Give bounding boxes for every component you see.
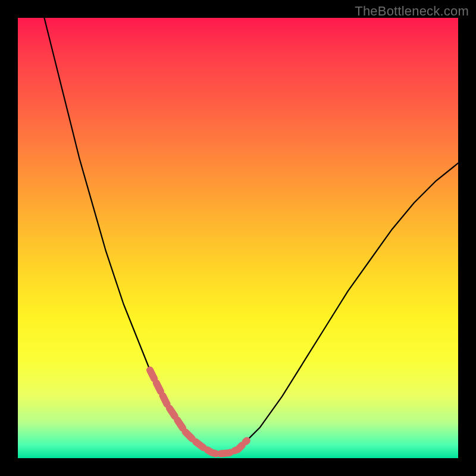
chart-stage: TheBottleneck.com: [0, 0, 476, 476]
bottleneck-curve-highlight: [150, 370, 247, 454]
curve-layer: [18, 18, 458, 458]
bottleneck-curve: [44, 18, 458, 454]
plot-area: [18, 18, 458, 458]
attribution-text: TheBottleneck.com: [355, 4, 469, 19]
